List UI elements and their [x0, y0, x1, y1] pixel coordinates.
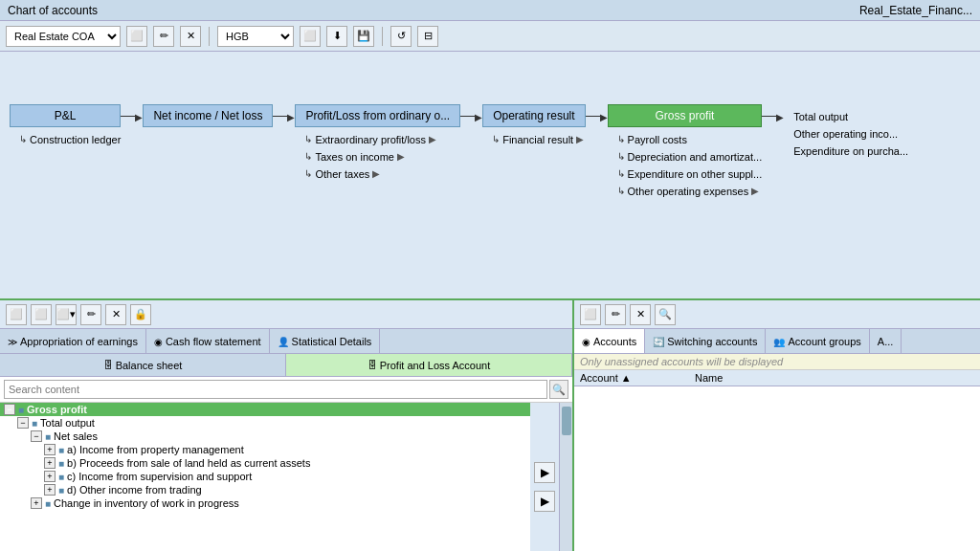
tab-balance-sheet[interactable]: 🗄 Balance sheet: [0, 354, 286, 376]
tab-icon-cashflow: ◉: [154, 337, 163, 347]
expand-total[interactable]: −: [17, 417, 29, 429]
hgb-select[interactable]: HGB: [217, 26, 294, 47]
left-btn-2[interactable]: ⬜: [31, 304, 52, 325]
operating-children: ↳ Financial result ▶: [482, 131, 585, 148]
left-btn-dropdown[interactable]: ⬜▾: [56, 304, 77, 325]
tree-icon-b: ■: [58, 458, 64, 469]
toolbar-btn-refresh[interactable]: ↺: [390, 26, 412, 47]
right-btn-search[interactable]: 🔍: [655, 304, 676, 325]
expand-gross[interactable]: −: [4, 404, 15, 415]
tree-icon-total: ■: [32, 418, 37, 429]
node-gross-profit[interactable]: Gross profit: [608, 104, 763, 127]
left-btn-lock[interactable]: 🔒: [130, 304, 151, 325]
node-operating[interactable]: Operating result: [482, 104, 585, 127]
tree-icon-change: ■: [45, 498, 51, 509]
tab-cashflow[interactable]: ◉ Cash flow statement: [146, 329, 270, 354]
left-mini-toolbar: ⬜ ⬜ ⬜▾ ✏ ✕ 🔒: [0, 300, 572, 329]
expand-net-sales[interactable]: −: [31, 430, 42, 442]
label-total-output: Total output: [793, 108, 908, 125]
child-construction: ↳ Construction ledger: [19, 131, 121, 148]
connector-3: ▶: [460, 104, 482, 122]
toolbar-btn-pencil[interactable]: ✏: [153, 26, 174, 47]
tree-item-b-proceeds[interactable]: + ■ b) Proceeds from sale of land held a…: [0, 456, 530, 470]
tab-account-groups[interactable]: 👥 Account groups: [766, 329, 869, 354]
right-btn-x[interactable]: ✕: [630, 304, 651, 325]
tab-bar-1: ≫ Appropriation of earnings ◉ Cash flow …: [0, 329, 572, 354]
tab-switching[interactable]: 🔄 Switching accounts: [645, 329, 766, 354]
gross-children: ↳ Payroll costs ↳ Depreciation and amort…: [608, 131, 763, 200]
col-name-label: Name: [695, 372, 723, 384]
toolbar-btn-fit[interactable]: ⊟: [417, 26, 438, 47]
node-pnl[interactable]: P&L: [10, 104, 121, 127]
tree-item-change-inventory[interactable]: + ■ Change in inventory of work in progr…: [0, 496, 530, 510]
node-group-pnl: P&L ↳ Construction ledger: [10, 104, 121, 148]
child-extraordinary: ↳ Extraordinary profit/loss ▶: [304, 131, 460, 148]
toolbar-btn-save[interactable]: 💾: [353, 26, 374, 47]
expand-a[interactable]: +: [44, 444, 56, 455]
tree-item-total-output[interactable]: − ■ Total output: [0, 416, 530, 430]
tree-item-net-sales[interactable]: − ■ Net sales: [0, 430, 530, 443]
account-table-header: Account ▲ Name: [574, 370, 980, 386]
tab-label-cashflow: Cash flow statement: [166, 336, 261, 347]
tab-label-profit: Profit and Loss Account: [380, 360, 491, 371]
toolbar-btn-dl[interactable]: ⬇: [326, 26, 347, 47]
toolbar-btn-x[interactable]: ✕: [180, 26, 201, 47]
right-panel: ⬜ ✏ ✕ 🔍 ◉ Accounts 🔄 Switching accounts …: [574, 300, 980, 551]
right-btn-1[interactable]: ⬜: [580, 304, 601, 325]
tree-item-gross-profit[interactable]: − ■ Gross profit: [0, 403, 530, 416]
tree-scrollbar[interactable]: [559, 403, 572, 551]
node-group-operating: Operating result ↳ Financial result ▶: [482, 104, 585, 148]
tab-appropriation[interactable]: ≫ Appropriation of earnings: [0, 329, 146, 354]
arrow-down-btn[interactable]: ▶: [534, 491, 555, 512]
tree-label-b: b) Proceeds from sale of land held as cu…: [67, 457, 310, 469]
bottom-section: ⬜ ⬜ ⬜▾ ✏ ✕ 🔒 ≫ Appropriation of earnings…: [0, 300, 980, 551]
col-header-account[interactable]: Account ▲: [580, 372, 695, 384]
tab-icon-appropriation: ≫: [8, 337, 17, 347]
node-group-gross: Gross profit ↳ Payroll costs ↳ Depreciat…: [608, 104, 763, 200]
search-input[interactable]: [4, 380, 547, 399]
tree-item-d-income[interactable]: + ■ d) Other income from trading: [0, 483, 530, 496]
label-accounts: Accounts: [593, 336, 636, 347]
left-btn-1[interactable]: ⬜: [6, 304, 27, 325]
expand-c[interactable]: +: [44, 471, 56, 482]
tree-icon-net-sales: ■: [45, 431, 51, 442]
label-switching: Switching accounts: [667, 336, 757, 347]
search-button[interactable]: 🔍: [549, 380, 568, 399]
child-other-operating: ↳ Other operating expenses ▶: [617, 183, 763, 200]
info-bar: Only unassigned accounts will be display…: [574, 354, 980, 370]
tab-statistical[interactable]: 👤 Statistical Details: [270, 329, 381, 354]
toolbar-btn-1[interactable]: ⬜: [126, 26, 147, 47]
node-net-income[interactable]: Net income / Net loss: [143, 104, 273, 127]
toolbar-btn-2[interactable]: ⬜: [300, 26, 321, 47]
tab-more[interactable]: A...: [870, 329, 902, 354]
expand-change[interactable]: +: [31, 497, 42, 509]
toolbar-separator-1: [209, 27, 210, 46]
expand-d[interactable]: +: [44, 484, 56, 496]
tab-profit-loss[interactable]: 🗄 Profit and Loss Account: [286, 354, 572, 376]
tree-label-gross: Gross profit: [27, 404, 87, 415]
col-header-name[interactable]: Name: [695, 372, 974, 384]
label-more: A...: [878, 336, 894, 347]
tab-accounts[interactable]: ◉ Accounts: [574, 329, 645, 354]
pnl-children: ↳ Construction ledger: [10, 131, 121, 148]
arrow-up-btn[interactable]: ▶: [534, 462, 555, 483]
title-right: Real_Estate_Financ...: [859, 4, 972, 17]
scrollbar-thumb[interactable]: [562, 407, 571, 435]
tab-icon-balance: 🗄: [103, 360, 113, 370]
expand-b[interactable]: +: [44, 457, 56, 469]
tab-label-appropriation: Appropriation of earnings: [20, 336, 138, 347]
child-payroll: ↳ Payroll costs: [617, 131, 763, 148]
right-mini-toolbar: ⬜ ✏ ✕ 🔍: [574, 300, 980, 329]
left-btn-pencil[interactable]: ✏: [80, 304, 101, 325]
left-btn-x[interactable]: ✕: [105, 304, 126, 325]
right-btn-pencil[interactable]: ✏: [605, 304, 626, 325]
title-bar: Chart of accounts Real_Estate_Financ...: [0, 0, 980, 21]
node-profit-loss[interactable]: Profit/Loss from ordinary o...: [295, 104, 460, 127]
connector-4: ▶: [586, 104, 608, 122]
coa-select[interactable]: Real Estate COA: [6, 26, 121, 47]
tree-item-c-income[interactable]: + ■ c) Income from supervision and suppo…: [0, 470, 530, 483]
icon-groups: 👥: [773, 337, 785, 347]
col-account-label: Account: [580, 372, 618, 384]
tree-item-a-income[interactable]: + ■ a) Income from property management: [0, 443, 530, 456]
col-account-sort: ▲: [621, 372, 632, 384]
